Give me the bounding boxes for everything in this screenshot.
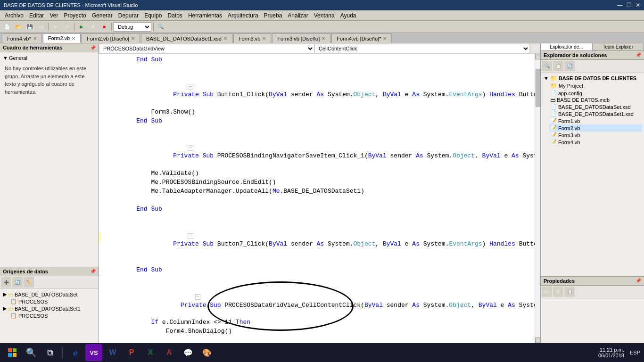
codetext-5[interactable]: End Sub bbox=[120, 117, 535, 125]
menu-proyecto[interactable]: Proyecto bbox=[61, 11, 89, 20]
collapse-btn-7[interactable]: − bbox=[188, 145, 193, 151]
toolbox-section-header[interactable]: ▼ General bbox=[3, 55, 96, 61]
tb-save[interactable]: 💾 bbox=[25, 22, 35, 32]
toolbox-pin[interactable]: 📌 bbox=[90, 45, 96, 50]
vscroll-thumb[interactable] bbox=[536, 69, 540, 107]
codetext-12[interactable]: End Sub bbox=[120, 205, 535, 214]
ds-add-btn[interactable]: ➕ bbox=[1, 277, 11, 288]
editor-code-container[interactable]: End Sub − Private Sub bbox=[99, 54, 535, 343]
taskbar-excel-btn[interactable]: X bbox=[142, 344, 159, 361]
tb-find[interactable]: 🔍 bbox=[156, 22, 166, 32]
se-tab-explorer[interactable]: Explorador de... bbox=[541, 43, 593, 50]
taskbar-search-btn[interactable]: 🔍 bbox=[23, 344, 40, 361]
taskbar-vs-btn[interactable]: VS bbox=[85, 344, 102, 361]
menu-generar[interactable]: Generar bbox=[89, 11, 116, 20]
tb-pause[interactable]: ⏸ bbox=[88, 22, 98, 32]
se-tab-team[interactable]: Team Explorer bbox=[593, 43, 644, 50]
menu-archivo[interactable]: Archivo bbox=[2, 11, 26, 20]
datasources-pin[interactable]: 📌 bbox=[90, 269, 96, 274]
menu-herramientas[interactable]: Herramientas bbox=[185, 11, 225, 20]
editor-vscroll[interactable]: ▲ ▼ bbox=[535, 54, 540, 343]
tab-dataset1[interactable]: BASE_DE_DATOSDataSet1.xsd ✕ bbox=[141, 33, 232, 43]
codetext-16[interactable]: End Sub bbox=[120, 266, 535, 274]
tb-save-all[interactable]: 🗂 bbox=[36, 22, 46, 32]
menu-ayuda[interactable]: Ayuda bbox=[338, 11, 359, 20]
se-item-myprojekt[interactable]: 📁 My Project bbox=[549, 82, 642, 90]
codetext-3[interactable]: − Private Sub Button1_Click(ByVal sender… bbox=[120, 74, 535, 108]
tab-form2design[interactable]: Form2.vb [Diseño] ✕ bbox=[82, 33, 140, 43]
ds-item-dataset[interactable]: ▶ 🗃 BASE_DE_DATOSDataSet bbox=[2, 291, 97, 298]
pp-az-btn[interactable]: AZ↓ bbox=[542, 287, 552, 297]
taskbar-ppt-btn[interactable]: P bbox=[123, 344, 140, 361]
codetext-6[interactable] bbox=[120, 126, 535, 134]
tab-form3vb-close[interactable]: ✕ bbox=[262, 36, 266, 41]
se-item-form2[interactable]: 📝 Form2.vb bbox=[549, 124, 642, 132]
codetext-18[interactable]: − Private Sub PROCESOSDataGridView_CellC… bbox=[120, 284, 535, 318]
taskbar-skype-btn[interactable]: 💬 bbox=[180, 344, 197, 361]
ds-refresh-btn[interactable]: 🔄 bbox=[12, 277, 23, 288]
se-props-btn[interactable]: 📋 bbox=[553, 61, 563, 71]
tb-redo[interactable]: ↪ bbox=[62, 22, 72, 32]
collapse-btn-14[interactable]: − bbox=[188, 233, 193, 239]
codetext-21[interactable] bbox=[120, 336, 535, 343]
se-search-btn[interactable]: 🔍 bbox=[542, 61, 552, 71]
se-item-form3[interactable]: 📝 Form3.vb bbox=[549, 132, 642, 139]
se-item-form4[interactable]: 📝 Form4.vb bbox=[549, 139, 642, 146]
se-item-dataset1[interactable]: 📄 BASE_DE_DATOSDataSet1.xsd bbox=[549, 110, 642, 117]
tab-form2design-close[interactable]: ✕ bbox=[131, 36, 135, 41]
collapse-btn-18[interactable]: − bbox=[195, 294, 200, 300]
code-area[interactable]: End Sub − Private Sub bbox=[99, 54, 535, 343]
codetext-2[interactable] bbox=[120, 65, 535, 73]
codetext-1[interactable]: End Sub bbox=[120, 56, 535, 64]
ds-item-procesos2[interactable]: 📋 PROCESOS bbox=[9, 312, 97, 319]
pp-prop-btn[interactable]: 📋 bbox=[564, 287, 575, 297]
menu-ventana[interactable]: Ventana bbox=[311, 11, 338, 20]
close-button[interactable]: ✕ bbox=[636, 2, 640, 8]
editor-collapse-btn[interactable]: ⊟ bbox=[530, 45, 540, 52]
codetext-9[interactable]: Me.PROCESOSBindingSource.EndEdit() bbox=[120, 178, 535, 187]
codetext-11[interactable] bbox=[120, 196, 535, 205]
menu-prueba[interactable]: Prueba bbox=[261, 11, 285, 20]
taskbar-taskview-btn[interactable]: ⧉ bbox=[41, 344, 58, 361]
codetext-13[interactable] bbox=[120, 214, 535, 222]
taskbar-word-btn[interactable]: W bbox=[104, 344, 121, 361]
se-project-root[interactable]: ▼ 📁 BASE DE DATOS DE CLIENTES bbox=[543, 74, 642, 82]
codetext-17[interactable] bbox=[120, 275, 535, 283]
tb-run[interactable]: ▶ bbox=[76, 22, 87, 32]
collapse-btn-3[interactable]: − bbox=[188, 84, 193, 90]
codetext-10[interactable]: Me.TableAdapterManager.UpdateAll(Me.BASE… bbox=[120, 187, 535, 196]
menu-depurar[interactable]: Depurar bbox=[116, 11, 141, 20]
tb-undo[interactable]: ↩ bbox=[50, 22, 61, 32]
menu-analizar[interactable]: Analizar bbox=[285, 11, 311, 20]
se-item-mdb[interactable]: 🗃 BASE DE DATOS.mdb bbox=[549, 97, 642, 103]
menu-editar[interactable]: Editar bbox=[26, 11, 47, 20]
menu-equipo[interactable]: Equipo bbox=[141, 11, 165, 20]
vscroll-down-btn[interactable]: ▼ bbox=[535, 337, 540, 343]
taskbar-start-btn[interactable] bbox=[4, 344, 21, 361]
pp-pin[interactable]: 📌 bbox=[636, 278, 641, 284]
tab-form3design[interactable]: Form3.vb [Diseño] ✕ bbox=[272, 33, 330, 43]
tab-form4design[interactable]: Form4.vb [Diseño]* ✕ bbox=[331, 33, 392, 43]
editor-class-dropdown[interactable]: PROCESOSDataGridView bbox=[99, 44, 314, 53]
tb-new[interactable]: 📄 bbox=[2, 22, 12, 32]
pp-cat-btn[interactable]: ⊞ bbox=[553, 287, 563, 297]
vscroll-up-btn[interactable]: ▲ bbox=[535, 54, 540, 59]
ds-edit-btn[interactable]: ✏️ bbox=[24, 277, 34, 288]
codetext-14[interactable]: − Private Sub Button7_Click(ByVal sender… bbox=[120, 223, 535, 257]
tab-form2vb[interactable]: Form2.vb ✕ bbox=[43, 33, 81, 43]
vscroll-track[interactable] bbox=[535, 59, 540, 337]
tb-config-dropdown[interactable]: Debug Release bbox=[114, 22, 151, 32]
codetext-15[interactable] bbox=[120, 257, 535, 265]
se-pin[interactable]: 📌 bbox=[636, 52, 641, 58]
codetext-19[interactable]: If e.ColumnIndex <> 11 Then bbox=[120, 318, 535, 327]
se-item-appconfig[interactable]: 📄 app.config bbox=[549, 90, 642, 97]
menu-arquitectura[interactable]: Arquitectura bbox=[225, 11, 261, 20]
tab-form2vb-close[interactable]: ✕ bbox=[72, 36, 75, 41]
se-item-form1[interactable]: 📝 Form1.vb bbox=[549, 117, 642, 124]
taskbar-edge-btn[interactable]: ℯ bbox=[66, 344, 83, 361]
editor-scroll[interactable]: End Sub − Private Sub bbox=[99, 54, 540, 343]
tab-form4vb[interactable]: Form4.vb* ✕ bbox=[2, 33, 42, 43]
menu-datos[interactable]: Datos bbox=[165, 11, 185, 20]
se-item-dataset[interactable]: 📄 BASE_DE_DATOSDataSet.xsd bbox=[549, 103, 642, 110]
codetext-7[interactable]: − Private Sub PROCESOSBindingNavigatorSa… bbox=[120, 135, 535, 169]
